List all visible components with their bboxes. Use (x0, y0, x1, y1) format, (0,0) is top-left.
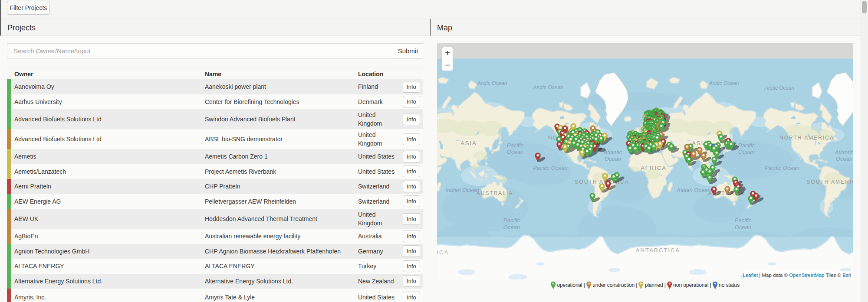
svg-text:Ocean: Ocean (735, 224, 751, 231)
svg-text:SOUTH AMERICA: SOUTH AMERICA (806, 179, 853, 185)
svg-text:Ocean: Ocean (507, 149, 523, 155)
svg-text:Arctic Ocean: Arctic Ocean (477, 80, 507, 86)
svg-text:AFRICA: AFRICA (641, 165, 667, 171)
svg-text:Ocean: Ocean (503, 224, 520, 231)
svg-text:Pacific: Pacific (507, 142, 524, 149)
svg-text:AUSTRALIA: AUSTRALIA (477, 190, 513, 196)
svg-text:Arctic Ocean: Arctic Ocean (709, 80, 739, 86)
svg-text:Arctic Ocean: Arctic Ocean (533, 84, 563, 91)
svg-text:Pacific: Pacific (503, 217, 520, 224)
svg-text:NORTH AMERICA: NORTH AMERICA (779, 135, 834, 141)
svg-text:Atlantic: Atlantic (603, 149, 622, 156)
svg-text:Atlantic: Atlantic (835, 149, 853, 156)
svg-text:Ocean: Ocean (836, 156, 852, 162)
svg-text:Leaflet | Map data © OpenStree: Leaflet | Map data © OpenStreetMap Tiles… (743, 273, 851, 278)
svg-text:Ocean: Ocean (605, 156, 621, 162)
svg-text:Pacific: Pacific (738, 142, 755, 149)
svg-text:ASIA: ASIA (460, 140, 477, 146)
svg-text:Indian Ocean: Indian Ocean (445, 187, 479, 193)
svg-text:ANTARCTICA: ANTARCTICA (636, 247, 680, 253)
svg-text:Indian Ocean: Indian Ocean (677, 187, 710, 193)
svg-text:Pacific Ocean: Pacific Ocean (765, 165, 799, 171)
svg-text:Arctic Ocean: Arctic Ocean (764, 85, 795, 91)
svg-text:Ocean: Ocean (738, 149, 755, 155)
svg-text:Pacific Ocean: Pacific Ocean (533, 165, 568, 171)
svg-text:ANTARCTICA: ANTARCTICA (437, 249, 449, 256)
svg-text:Pacific: Pacific (735, 217, 752, 224)
